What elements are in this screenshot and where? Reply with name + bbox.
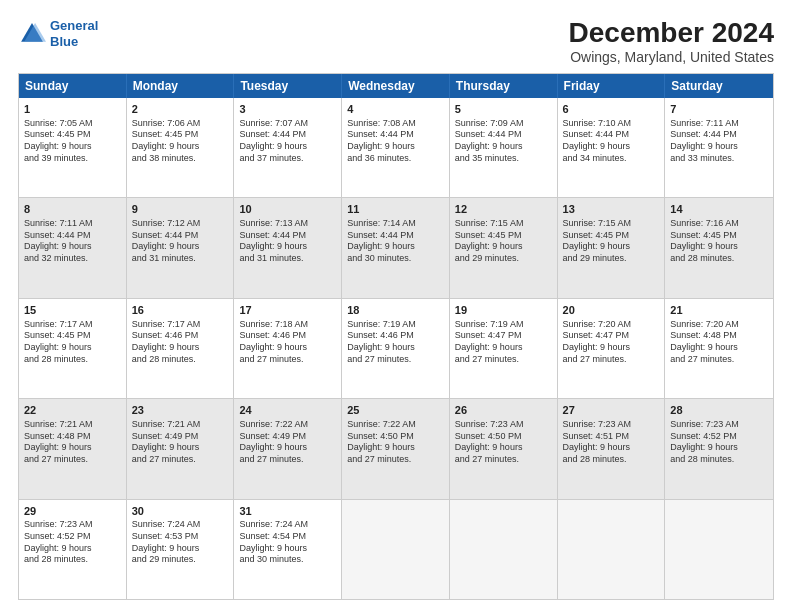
sunset-text: Sunset: 4:45 PM	[670, 230, 768, 242]
sunrise-text: Sunrise: 7:08 AM	[347, 118, 444, 130]
daylight-minutes: and 34 minutes.	[563, 153, 660, 165]
daylight-hours: Daylight: 9 hours	[347, 141, 444, 153]
sunrise-text: Sunrise: 7:24 AM	[132, 519, 229, 531]
calendar-cell: 22 Sunrise: 7:21 AM Sunset: 4:48 PM Dayl…	[19, 399, 127, 498]
day-number: 12	[455, 202, 552, 217]
daylight-minutes: and 27 minutes.	[239, 354, 336, 366]
day-number: 22	[24, 403, 121, 418]
calendar-cell: 3 Sunrise: 7:07 AM Sunset: 4:44 PM Dayli…	[234, 98, 342, 197]
day-number: 17	[239, 303, 336, 318]
calendar-week: 22 Sunrise: 7:21 AM Sunset: 4:48 PM Dayl…	[19, 399, 773, 499]
page-title: December 2024	[569, 18, 774, 49]
calendar-cell: 24 Sunrise: 7:22 AM Sunset: 4:49 PM Dayl…	[234, 399, 342, 498]
sunset-text: Sunset: 4:46 PM	[239, 330, 336, 342]
sunrise-text: Sunrise: 7:20 AM	[670, 319, 768, 331]
daylight-hours: Daylight: 9 hours	[563, 342, 660, 354]
daylight-minutes: and 28 minutes.	[670, 454, 768, 466]
calendar-day-header: Friday	[558, 74, 666, 98]
sunset-text: Sunset: 4:44 PM	[132, 230, 229, 242]
daylight-hours: Daylight: 9 hours	[24, 141, 121, 153]
sunrise-text: Sunrise: 7:15 AM	[563, 218, 660, 230]
calendar-week: 1 Sunrise: 7:05 AM Sunset: 4:45 PM Dayli…	[19, 98, 773, 198]
daylight-hours: Daylight: 9 hours	[455, 241, 552, 253]
daylight-minutes: and 29 minutes.	[132, 554, 229, 566]
sunrise-text: Sunrise: 7:19 AM	[347, 319, 444, 331]
day-number: 19	[455, 303, 552, 318]
calendar-cell: 19 Sunrise: 7:19 AM Sunset: 4:47 PM Dayl…	[450, 299, 558, 398]
logo: General Blue	[18, 18, 98, 49]
calendar-cell: 26 Sunrise: 7:23 AM Sunset: 4:50 PM Dayl…	[450, 399, 558, 498]
sunset-text: Sunset: 4:44 PM	[347, 129, 444, 141]
sunrise-text: Sunrise: 7:12 AM	[132, 218, 229, 230]
sunrise-text: Sunrise: 7:24 AM	[239, 519, 336, 531]
daylight-minutes: and 29 minutes.	[455, 253, 552, 265]
sunset-text: Sunset: 4:52 PM	[670, 431, 768, 443]
day-number: 21	[670, 303, 768, 318]
sunrise-text: Sunrise: 7:18 AM	[239, 319, 336, 331]
sunrise-text: Sunrise: 7:15 AM	[455, 218, 552, 230]
day-number: 18	[347, 303, 444, 318]
calendar-day-header: Wednesday	[342, 74, 450, 98]
sunset-text: Sunset: 4:46 PM	[347, 330, 444, 342]
day-number: 3	[239, 102, 336, 117]
day-number: 26	[455, 403, 552, 418]
sunset-text: Sunset: 4:50 PM	[455, 431, 552, 443]
calendar-cell: 16 Sunrise: 7:17 AM Sunset: 4:46 PM Dayl…	[127, 299, 235, 398]
daylight-hours: Daylight: 9 hours	[347, 442, 444, 454]
sunrise-text: Sunrise: 7:16 AM	[670, 218, 768, 230]
sunrise-text: Sunrise: 7:11 AM	[670, 118, 768, 130]
calendar-cell: 29 Sunrise: 7:23 AM Sunset: 4:52 PM Dayl…	[19, 500, 127, 599]
daylight-hours: Daylight: 9 hours	[132, 141, 229, 153]
day-number: 7	[670, 102, 768, 117]
daylight-minutes: and 27 minutes.	[24, 454, 121, 466]
calendar-cell: 27 Sunrise: 7:23 AM Sunset: 4:51 PM Dayl…	[558, 399, 666, 498]
calendar-cell: 2 Sunrise: 7:06 AM Sunset: 4:45 PM Dayli…	[127, 98, 235, 197]
calendar-cell: 9 Sunrise: 7:12 AM Sunset: 4:44 PM Dayli…	[127, 198, 235, 297]
calendar-cell	[342, 500, 450, 599]
sunrise-text: Sunrise: 7:07 AM	[239, 118, 336, 130]
calendar-cell: 28 Sunrise: 7:23 AM Sunset: 4:52 PM Dayl…	[665, 399, 773, 498]
calendar-week: 29 Sunrise: 7:23 AM Sunset: 4:52 PM Dayl…	[19, 500, 773, 599]
sunset-text: Sunset: 4:44 PM	[670, 129, 768, 141]
sunset-text: Sunset: 4:47 PM	[455, 330, 552, 342]
sunset-text: Sunset: 4:47 PM	[563, 330, 660, 342]
day-number: 11	[347, 202, 444, 217]
calendar-cell: 5 Sunrise: 7:09 AM Sunset: 4:44 PM Dayli…	[450, 98, 558, 197]
day-number: 28	[670, 403, 768, 418]
logo-icon	[18, 20, 46, 48]
day-number: 20	[563, 303, 660, 318]
daylight-hours: Daylight: 9 hours	[455, 442, 552, 454]
daylight-minutes: and 28 minutes.	[24, 354, 121, 366]
sunrise-text: Sunrise: 7:20 AM	[563, 319, 660, 331]
calendar-cell: 18 Sunrise: 7:19 AM Sunset: 4:46 PM Dayl…	[342, 299, 450, 398]
sunset-text: Sunset: 4:45 PM	[24, 330, 121, 342]
daylight-minutes: and 30 minutes.	[347, 253, 444, 265]
daylight-minutes: and 37 minutes.	[239, 153, 336, 165]
daylight-minutes: and 27 minutes.	[347, 354, 444, 366]
header: General Blue December 2024 Owings, Maryl…	[18, 18, 774, 65]
daylight-hours: Daylight: 9 hours	[132, 241, 229, 253]
sunrise-text: Sunrise: 7:14 AM	[347, 218, 444, 230]
calendar-cell: 11 Sunrise: 7:14 AM Sunset: 4:44 PM Dayl…	[342, 198, 450, 297]
sunset-text: Sunset: 4:51 PM	[563, 431, 660, 443]
sunset-text: Sunset: 4:44 PM	[563, 129, 660, 141]
page: General Blue December 2024 Owings, Maryl…	[0, 0, 792, 612]
daylight-minutes: and 28 minutes.	[132, 354, 229, 366]
daylight-hours: Daylight: 9 hours	[239, 342, 336, 354]
calendar-cell: 13 Sunrise: 7:15 AM Sunset: 4:45 PM Dayl…	[558, 198, 666, 297]
sunrise-text: Sunrise: 7:10 AM	[563, 118, 660, 130]
day-number: 4	[347, 102, 444, 117]
calendar-cell: 7 Sunrise: 7:11 AM Sunset: 4:44 PM Dayli…	[665, 98, 773, 197]
daylight-minutes: and 32 minutes.	[24, 253, 121, 265]
day-number: 23	[132, 403, 229, 418]
day-number: 15	[24, 303, 121, 318]
daylight-hours: Daylight: 9 hours	[670, 442, 768, 454]
daylight-hours: Daylight: 9 hours	[132, 543, 229, 555]
calendar-day-header: Saturday	[665, 74, 773, 98]
sunrise-text: Sunrise: 7:21 AM	[24, 419, 121, 431]
daylight-hours: Daylight: 9 hours	[455, 141, 552, 153]
sunset-text: Sunset: 4:54 PM	[239, 531, 336, 543]
daylight-minutes: and 28 minutes.	[24, 554, 121, 566]
sunset-text: Sunset: 4:48 PM	[24, 431, 121, 443]
daylight-minutes: and 30 minutes.	[239, 554, 336, 566]
